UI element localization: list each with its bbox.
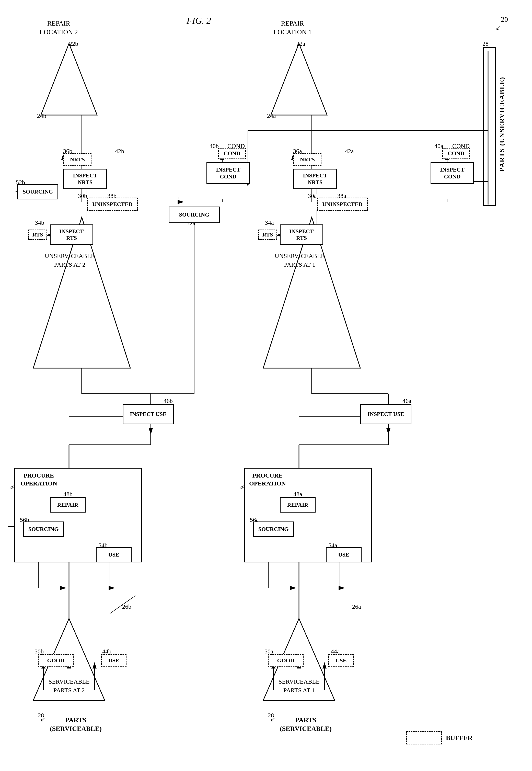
svg-marker-58 bbox=[92, 662, 97, 669]
ref-24a: 24a bbox=[267, 112, 276, 119]
inspect-nrts-right: INSPECTNRTS bbox=[293, 169, 337, 189]
unserv-parts-at-1: UNSERVICEABLEPARTS AT 1 bbox=[275, 252, 325, 269]
ref-34b: 34b bbox=[35, 219, 44, 226]
parts-serv-left-label: PARTS(SERVICEABLE) bbox=[50, 716, 102, 733]
svg-marker-96 bbox=[339, 586, 345, 590]
sourcing-box-top-left: SOURCING bbox=[17, 184, 58, 199]
procure-op-right-label: PROCUREOPERATION bbox=[249, 472, 286, 488]
ref-30a: 30a bbox=[308, 192, 317, 199]
repair-right: REPAIR bbox=[280, 497, 316, 513]
ref-26b: 26b bbox=[122, 603, 131, 610]
svg-marker-74 bbox=[386, 428, 390, 435]
use-buffer-left: USE bbox=[101, 654, 126, 667]
inspect-rts-left: INSPECTRTS bbox=[50, 224, 93, 245]
sourcing-lower-left: SOURCING bbox=[23, 522, 64, 537]
svg-marker-86 bbox=[109, 586, 115, 590]
arrow-20: ↙ bbox=[496, 24, 501, 31]
serv-parts-at-1: SERVICEABLEPARTS AT 1 bbox=[279, 677, 320, 695]
nrts-buffer-right: NRTS bbox=[293, 153, 321, 166]
inspect-cond-left: INSPECTCOND bbox=[206, 162, 250, 184]
parts-unserv-label: PARTS (UNSERVICEABLE) bbox=[498, 77, 506, 171]
ref-30b: 30b bbox=[78, 192, 87, 199]
rts-buffer-left: RTS bbox=[28, 229, 47, 240]
uninspected-buffer-right: UNINSPECTED bbox=[317, 198, 368, 211]
good-buffer-right: GOOD bbox=[268, 654, 304, 667]
ref-42a: 42a bbox=[345, 148, 354, 155]
buffer-legend-box bbox=[406, 731, 442, 744]
ref-48a: 48a bbox=[293, 491, 302, 498]
inspect-nrts-left: INSPECTNRTS bbox=[63, 169, 107, 189]
parts-serv-right-label: PARTS(SERVICEABLE) bbox=[280, 716, 332, 733]
inspect-use-left: INSPECT USE bbox=[123, 404, 174, 425]
unserv-parts-at-2: UNSERVICEABLEPARTS AT 2 bbox=[45, 252, 95, 269]
uninspected-buffer-left: UNINSPECTED bbox=[87, 198, 138, 211]
cond-buffer-left: COND bbox=[218, 148, 246, 159]
sourcing-middle: SOURCING bbox=[169, 206, 220, 223]
sourcing-lower-right: SOURCING bbox=[253, 522, 294, 537]
procure-op-left-label: PROCUREOPERATION bbox=[20, 472, 57, 488]
svg-marker-84 bbox=[60, 586, 66, 590]
use-buffer-right: USE bbox=[328, 654, 354, 667]
ref-42b: 42b bbox=[115, 148, 124, 155]
repair-location-1-label: REPAIRLOCATION 1 bbox=[273, 19, 312, 37]
ref-46b: 46b bbox=[164, 398, 173, 405]
svg-marker-41 bbox=[178, 200, 184, 204]
ref-40b: 40b bbox=[210, 143, 219, 149]
svg-marker-64 bbox=[322, 662, 327, 669]
svg-marker-94 bbox=[290, 586, 296, 590]
use-left: USE bbox=[96, 547, 132, 562]
use-right: USE bbox=[326, 547, 362, 562]
inspect-use-right: INSPECT USE bbox=[360, 404, 411, 425]
nrts-buffer-left: NRTS bbox=[63, 153, 91, 166]
svg-marker-3 bbox=[271, 43, 327, 115]
ref-46a: 46a bbox=[402, 398, 411, 405]
svg-marker-2 bbox=[41, 43, 97, 115]
parts-unserv-line bbox=[483, 47, 496, 206]
repair-left: REPAIR bbox=[50, 497, 86, 513]
ref-22b: 22b bbox=[69, 40, 78, 47]
fig-title: FIG. 2 bbox=[187, 15, 211, 26]
ref-22a: 22a bbox=[296, 40, 305, 47]
repair-location-2-label: REPAIRLOCATION 2 bbox=[40, 19, 78, 37]
ref-28-unserv: 28 bbox=[482, 40, 489, 47]
ref-26a: 26a bbox=[352, 603, 361, 610]
rts-buffer-right: RTS bbox=[258, 229, 277, 240]
ref-48b: 48b bbox=[63, 491, 73, 498]
svg-marker-72 bbox=[149, 428, 153, 435]
arrow-28-right: ↙ bbox=[270, 716, 275, 723]
good-buffer-left: GOOD bbox=[38, 654, 74, 667]
ref-20: 20 bbox=[501, 15, 508, 24]
buffer-label: BUFFER bbox=[446, 734, 472, 742]
serv-parts-at-2: SERVICEABLEPARTS AT 2 bbox=[49, 677, 90, 695]
cond-buffer-right: COND bbox=[442, 148, 470, 159]
arrow-28-left: ↙ bbox=[40, 716, 45, 723]
inspect-rts-right: INSPECTRTS bbox=[280, 224, 323, 245]
inspect-cond-right: INSPECTCOND bbox=[431, 162, 474, 184]
ref-34a: 34a bbox=[265, 219, 274, 226]
ref-24b: 24b bbox=[37, 112, 46, 119]
